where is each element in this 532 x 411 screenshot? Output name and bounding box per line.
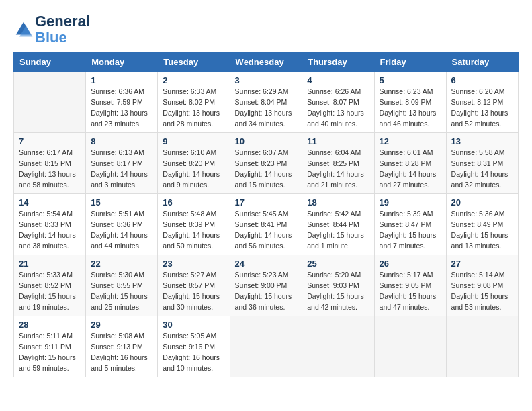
day-header-sunday: Sunday	[14, 53, 86, 72]
day-number: 17	[235, 197, 298, 208]
calendar-cell	[302, 316, 374, 377]
day-number: 15	[91, 197, 152, 208]
calendar-cell: 16Sunrise: 5:48 AMSunset: 8:39 PMDayligh…	[158, 194, 230, 255]
day-info: Sunrise: 5:42 AMSunset: 8:44 PMDaylight:…	[307, 209, 369, 251]
day-header-monday: Monday	[86, 53, 158, 72]
day-info: Sunrise: 5:23 AMSunset: 9:00 PMDaylight:…	[235, 270, 298, 312]
calendar-cell: 15Sunrise: 5:51 AMSunset: 8:36 PMDayligh…	[86, 194, 158, 255]
day-info: Sunrise: 5:45 AMSunset: 8:41 PMDaylight:…	[235, 209, 298, 251]
logo-icon	[13, 19, 34, 40]
day-number: 10	[235, 136, 298, 146]
day-number: 3	[235, 75, 298, 85]
calendar-cell	[446, 316, 518, 377]
day-number: 5	[380, 75, 441, 85]
calendar-cell: 26Sunrise: 5:17 AMSunset: 9:05 PMDayligh…	[374, 255, 446, 316]
calendar-cell: 4Sunrise: 6:26 AMSunset: 8:07 PMDaylight…	[302, 72, 374, 133]
calendar-cell	[230, 316, 302, 377]
calendar-cell: 25Sunrise: 5:20 AMSunset: 9:03 PMDayligh…	[302, 255, 374, 316]
calendar-cell: 28Sunrise: 5:11 AMSunset: 9:11 PMDayligh…	[14, 316, 86, 377]
day-number: 22	[91, 259, 152, 269]
day-info: Sunrise: 5:51 AMSunset: 8:36 PMDaylight:…	[91, 209, 152, 251]
day-info: Sunrise: 5:11 AMSunset: 9:11 PMDaylight:…	[19, 331, 81, 373]
day-info: Sunrise: 5:36 AMSunset: 8:49 PMDaylight:…	[451, 209, 513, 251]
calendar-cell: 6Sunrise: 6:20 AMSunset: 8:12 PMDaylight…	[446, 72, 518, 133]
day-number: 29	[91, 320, 152, 330]
calendar-cell: 9Sunrise: 6:10 AMSunset: 8:20 PMDaylight…	[158, 133, 230, 194]
day-info: Sunrise: 5:30 AMSunset: 8:55 PMDaylight:…	[91, 270, 152, 312]
calendar-week-row: 7Sunrise: 6:17 AMSunset: 8:15 PMDaylight…	[14, 133, 519, 194]
calendar-cell: 24Sunrise: 5:23 AMSunset: 9:00 PMDayligh…	[230, 255, 302, 316]
calendar-week-row: 14Sunrise: 5:54 AMSunset: 8:33 PMDayligh…	[14, 194, 519, 255]
day-number: 25	[307, 259, 369, 269]
day-number: 11	[307, 136, 369, 146]
calendar-cell: 19Sunrise: 5:39 AMSunset: 8:47 PMDayligh…	[374, 194, 446, 255]
day-number: 24	[235, 259, 298, 269]
day-number: 16	[163, 197, 224, 208]
day-info: Sunrise: 5:05 AMSunset: 9:16 PMDaylight:…	[163, 331, 224, 373]
day-number: 23	[163, 259, 224, 269]
day-info: Sunrise: 6:23 AMSunset: 8:09 PMDaylight:…	[380, 87, 441, 129]
calendar-cell: 23Sunrise: 5:27 AMSunset: 8:57 PMDayligh…	[158, 255, 230, 316]
calendar-cell: 14Sunrise: 5:54 AMSunset: 8:33 PMDayligh…	[14, 194, 86, 255]
day-info: Sunrise: 6:17 AMSunset: 8:15 PMDaylight:…	[19, 148, 81, 190]
day-info: Sunrise: 5:54 AMSunset: 8:33 PMDaylight:…	[19, 209, 81, 251]
day-number: 9	[163, 136, 224, 146]
day-number: 28	[19, 320, 81, 330]
day-info: Sunrise: 5:14 AMSunset: 9:08 PMDaylight:…	[451, 270, 513, 312]
calendar-table: SundayMondayTuesdayWednesdayThursdayFrid…	[13, 52, 519, 377]
calendar-cell: 22Sunrise: 5:30 AMSunset: 8:55 PMDayligh…	[86, 255, 158, 316]
calendar-cell: 10Sunrise: 6:07 AMSunset: 8:23 PMDayligh…	[230, 133, 302, 194]
calendar-cell	[14, 72, 86, 133]
day-number: 2	[163, 75, 224, 85]
calendar-week-row: 1Sunrise: 6:36 AMSunset: 7:59 PMDaylight…	[14, 72, 519, 133]
day-header-wednesday: Wednesday	[230, 53, 302, 72]
day-info: Sunrise: 5:27 AMSunset: 8:57 PMDaylight:…	[163, 270, 224, 312]
day-number: 12	[380, 136, 441, 146]
day-number: 7	[19, 136, 81, 146]
day-number: 8	[91, 136, 152, 146]
day-number: 26	[380, 259, 441, 269]
day-info: Sunrise: 6:01 AMSunset: 8:28 PMDaylight:…	[380, 148, 441, 190]
logo: General Blue	[13, 13, 90, 46]
calendar-header-row: SundayMondayTuesdayWednesdayThursdayFrid…	[14, 53, 519, 72]
day-number: 20	[451, 197, 513, 208]
calendar-cell	[374, 316, 446, 377]
day-number: 13	[451, 136, 513, 146]
logo-text: General Blue	[35, 13, 90, 46]
day-info: Sunrise: 6:07 AMSunset: 8:23 PMDaylight:…	[235, 148, 298, 190]
day-header-tuesday: Tuesday	[158, 53, 230, 72]
calendar-week-row: 28Sunrise: 5:11 AMSunset: 9:11 PMDayligh…	[14, 316, 519, 377]
day-info: Sunrise: 5:17 AMSunset: 9:05 PMDaylight:…	[380, 270, 441, 312]
calendar-week-row: 21Sunrise: 5:33 AMSunset: 8:52 PMDayligh…	[14, 255, 519, 316]
day-number: 14	[19, 197, 81, 208]
day-info: Sunrise: 5:33 AMSunset: 8:52 PMDaylight:…	[19, 270, 81, 312]
calendar-cell: 5Sunrise: 6:23 AMSunset: 8:09 PMDaylight…	[374, 72, 446, 133]
day-header-thursday: Thursday	[302, 53, 374, 72]
day-number: 18	[307, 197, 369, 208]
day-info: Sunrise: 6:29 AMSunset: 8:04 PMDaylight:…	[235, 87, 298, 129]
calendar-cell: 30Sunrise: 5:05 AMSunset: 9:16 PMDayligh…	[158, 316, 230, 377]
day-info: Sunrise: 6:36 AMSunset: 7:59 PMDaylight:…	[91, 87, 152, 129]
day-header-friday: Friday	[374, 53, 446, 72]
day-header-saturday: Saturday	[446, 53, 518, 72]
calendar-cell: 7Sunrise: 6:17 AMSunset: 8:15 PMDaylight…	[14, 133, 86, 194]
day-info: Sunrise: 6:20 AMSunset: 8:12 PMDaylight:…	[451, 87, 513, 129]
calendar-cell: 11Sunrise: 6:04 AMSunset: 8:25 PMDayligh…	[302, 133, 374, 194]
day-info: Sunrise: 5:39 AMSunset: 8:47 PMDaylight:…	[380, 209, 441, 251]
day-info: Sunrise: 5:58 AMSunset: 8:31 PMDaylight:…	[451, 148, 513, 190]
day-info: Sunrise: 5:48 AMSunset: 8:39 PMDaylight:…	[163, 209, 224, 251]
calendar-cell: 2Sunrise: 6:33 AMSunset: 8:02 PMDaylight…	[158, 72, 230, 133]
day-number: 1	[91, 75, 152, 85]
page-header: General Blue	[13, 13, 519, 46]
day-info: Sunrise: 6:26 AMSunset: 8:07 PMDaylight:…	[307, 87, 369, 129]
day-number: 19	[380, 197, 441, 208]
calendar-cell: 20Sunrise: 5:36 AMSunset: 8:49 PMDayligh…	[446, 194, 518, 255]
day-number: 21	[19, 259, 81, 269]
day-number: 30	[163, 320, 224, 330]
calendar-cell: 27Sunrise: 5:14 AMSunset: 9:08 PMDayligh…	[446, 255, 518, 316]
day-info: Sunrise: 5:20 AMSunset: 9:03 PMDaylight:…	[307, 270, 369, 312]
day-info: Sunrise: 5:08 AMSunset: 9:13 PMDaylight:…	[91, 331, 152, 373]
calendar-cell: 1Sunrise: 6:36 AMSunset: 7:59 PMDaylight…	[86, 72, 158, 133]
calendar-cell: 8Sunrise: 6:13 AMSunset: 8:17 PMDaylight…	[86, 133, 158, 194]
calendar-cell: 13Sunrise: 5:58 AMSunset: 8:31 PMDayligh…	[446, 133, 518, 194]
